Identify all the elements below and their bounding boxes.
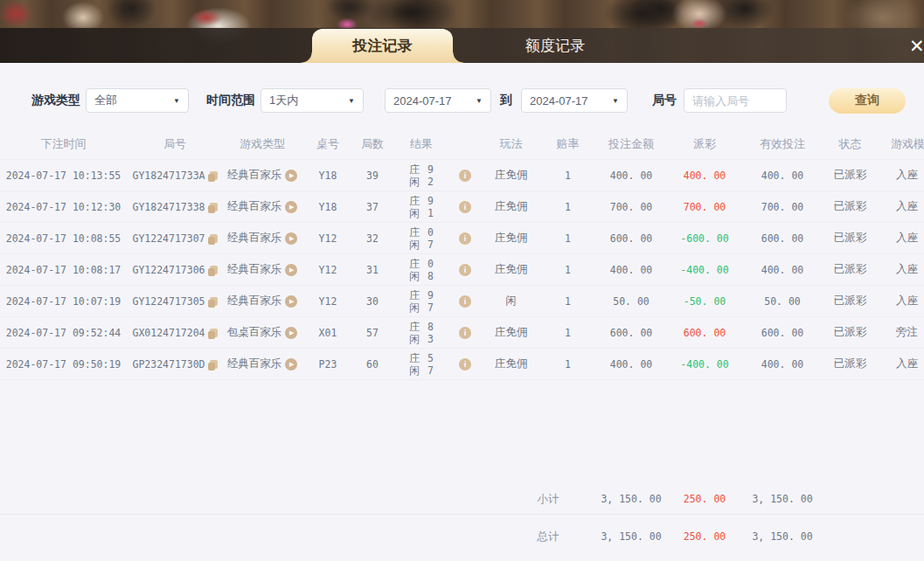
tab-bet-records[interactable]: 投注记录 [312,29,453,63]
header-table-no: 桌号 [302,136,354,152]
info-icon[interactable]: i [459,170,471,182]
header-game-mode: 游戏模式 [874,136,924,152]
copy-icon[interactable] [210,203,218,211]
cell-game-type: 经典百家乐▶ [223,231,302,246]
cell-game-mode: 入座 [874,199,924,214]
game-type-label: 游戏类型 [31,93,80,108]
tab-credit-records-label: 额度记录 [525,36,585,56]
cell-bet-time: 2024-07-17 09:50:19 [0,358,127,371]
cell-round-count: 39 [354,170,391,182]
table-row: 2024-07-17 10:08:17 GY1224717306 经典百家乐▶ … [0,254,924,286]
result-scores: 庄9 闲7 [409,290,434,314]
result-scores: 庄9 闲1 [409,196,434,219]
cell-table-no: Y12 [302,232,354,245]
copy-icon[interactable] [210,297,218,306]
play-icon[interactable]: ▶ [285,232,297,245]
close-icon[interactable]: ✕ [909,35,924,58]
info-icon[interactable]: i [459,232,471,245]
cell-result: 庄8 闲3 [391,321,452,345]
cell-payout: 600. 00 [670,327,739,339]
player-score: 7 [427,239,434,251]
bet-records-panel: 游戏类型 全部 ▼ 时间范围 1天内 ▼ 2024-07-17 ▼ 到 2024… [0,63,924,561]
cell-round-id: GY182471733A [127,170,223,182]
cell-game-type: 经典百家乐▶ [223,168,302,183]
cell-status: 已派彩 [826,357,874,371]
banker-label: 庄 [409,196,420,207]
player-label: 闲 [409,334,420,345]
info-icon[interactable]: i [459,358,471,371]
cell-result-info: i [452,200,478,214]
cell-round-count: 60 [354,358,391,371]
date-from-select[interactable]: 2024-07-17 ▼ [385,88,491,113]
cell-bet-amount: 400. 00 [592,358,670,371]
cell-result-info: i [452,326,478,340]
info-icon[interactable]: i [459,295,471,308]
copy-icon[interactable] [210,171,218,180]
info-icon[interactable]: i [459,264,471,276]
info-icon[interactable]: i [459,201,471,213]
play-icon[interactable]: ▶ [285,170,297,182]
time-range-select[interactable]: 1天内 ▼ [261,88,364,113]
player-score: 3 [427,334,434,345]
cell-round-id: GY1224717307 [127,232,223,245]
game-type-text: 经典百家乐 [227,169,282,181]
game-type-value: 全部 [94,93,117,108]
copy-icon[interactable] [210,234,218,243]
cell-bet-time: 2024-07-17 10:12:30 [0,201,127,213]
cell-game-mode: 旁注 [874,325,924,340]
filter-bar: 游戏类型 全部 ▼ 时间范围 1天内 ▼ 2024-07-17 ▼ 到 2024… [0,87,924,114]
cell-status: 已派彩 [826,325,874,340]
copy-icon[interactable] [210,360,218,369]
cell-round-count: 30 [354,295,391,308]
player-label: 闲 [409,365,420,377]
date-to-select[interactable]: 2024-07-17 ▼ [521,88,628,113]
play-icon[interactable]: ▶ [285,264,297,276]
result-scores: 庄9 闲2 [409,164,434,188]
game-type-text: 经典百家乐 [227,200,282,212]
table-row: 2024-07-17 10:13:55 GY182471733A 经典百家乐▶ … [0,160,924,191]
player-label: 闲 [409,271,420,282]
cell-valid-bet: 400. 00 [739,170,826,182]
cell-result-info: i [452,263,478,277]
cell-odds: 1 [544,232,592,245]
copy-icon[interactable] [210,266,218,274]
cell-game-type: 包桌百家乐▶ [223,325,302,340]
play-icon[interactable]: ▶ [285,358,297,371]
info-icon[interactable]: i [459,327,471,339]
game-type-select[interactable]: 全部 ▼ [86,88,189,113]
table-row: 2024-07-17 10:12:30 GY1824717338 经典百家乐▶ … [0,191,924,223]
total-payout: 250. 00 [670,530,739,543]
round-id-text: GY1224717307 [132,232,205,245]
cell-bet-time: 2024-07-17 10:08:55 [0,232,127,245]
to-label: 到 [500,93,512,108]
banker-score: 9 [427,164,434,176]
date-to-value: 2024-07-17 [530,94,588,107]
copy-icon[interactable] [210,329,218,337]
banker-score: 9 [427,290,434,301]
round-number-input[interactable] [684,88,787,113]
player-label: 闲 [409,208,420,219]
result-scores: 庄0 闲8 [409,259,434,282]
query-button[interactable]: 查询 [829,88,906,114]
header-game-type: 游戏类型 [223,136,302,152]
header-play: 玩法 [478,136,544,152]
play-icon[interactable]: ▶ [285,201,297,213]
cell-round-id: GY1224717305 [127,295,223,308]
cell-bet-time: 2024-07-17 10:07:19 [0,295,127,308]
table-row: 2024-07-17 09:52:44 GX0124717204 包桌百家乐▶ … [0,317,924,349]
cell-play: 闲 [478,294,544,308]
cell-result-info: i [452,232,478,246]
tab-bar: 投注记录 额度记录 ✕ [0,28,924,63]
play-icon[interactable]: ▶ [285,295,297,308]
play-icon[interactable]: ▶ [285,327,297,339]
table-body: 2024-07-17 10:13:55 GY182471733A 经典百家乐▶ … [0,160,924,380]
header-valid-bet: 有效投注 [739,136,826,152]
cell-game-type: 经典百家乐▶ [223,357,302,371]
banker-score: 8 [427,322,434,333]
player-score: 7 [427,365,434,377]
player-score: 7 [427,302,434,314]
player-score: 2 [427,177,434,188]
totals-footer: 小计 3, 150. 00 250. 00 3, 150. 00 总计 3, 1… [0,484,924,558]
cell-game-mode: 入座 [874,294,924,308]
tab-credit-records[interactable]: 额度记录 [476,28,634,63]
